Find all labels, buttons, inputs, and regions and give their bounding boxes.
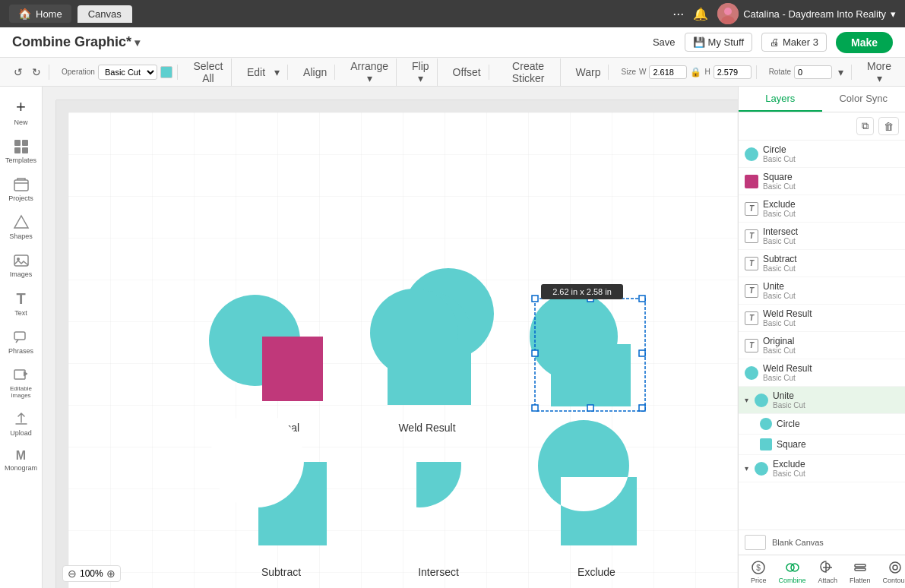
layer-subtract-text[interactable]: T Subtract Basic Cut: [739, 250, 905, 277]
weld-label: Weld Result: [398, 422, 455, 434]
layer-exclude-text[interactable]: T Exclude Basic Cut: [739, 195, 905, 223]
tab-layers[interactable]: Layers: [739, 87, 822, 112]
layer-intersect-text[interactable]: T Intersect Basic Cut: [739, 223, 905, 250]
edit-button[interactable]: Edit: [244, 65, 268, 80]
more-dots[interactable]: ···: [672, 6, 684, 22]
operation-color[interactable]: [160, 66, 172, 78]
zoom-in-button[interactable]: ⊕: [106, 567, 115, 580]
canvas-svg[interactable]: Original Weld Result: [68, 112, 738, 588]
svg-point-31: [791, 564, 799, 571]
align-button[interactable]: Align: [300, 65, 330, 80]
tab-color-sync[interactable]: Color Sync: [822, 87, 906, 112]
zoom-out-button[interactable]: ⊖: [68, 567, 77, 580]
offset-section: Offset: [445, 65, 489, 80]
unite-expand-arrow[interactable]: ▾: [745, 396, 748, 404]
maker-button[interactable]: 🖨 Maker 3: [761, 33, 827, 52]
arrange-button[interactable]: Arrange ▾: [347, 58, 391, 86]
rotate-input[interactable]: [794, 65, 832, 79]
layer-unite-group-sub: Basic Cut: [773, 401, 899, 409]
original-square[interactable]: [262, 337, 323, 401]
offset-button[interactable]: Offset: [450, 65, 484, 80]
layer-weld-result-text-name: Weld Result: [763, 308, 899, 319]
warp-button[interactable]: Warp: [573, 65, 604, 80]
canvas-scroll[interactable]: Original Weld Result: [56, 100, 738, 588]
sidebar-item-images[interactable]: Images: [2, 248, 40, 283]
layer-unite-square[interactable]: Square: [739, 435, 905, 455]
edit-dropdown[interactable]: ▾: [271, 65, 283, 80]
layer-circle[interactable]: Circle Basic Cut: [739, 141, 905, 168]
create-sticker-button[interactable]: Create Sticker: [502, 58, 555, 86]
selection-handle-br[interactable]: [639, 405, 645, 411]
height-input[interactable]: [714, 65, 752, 79]
sidebar-item-shapes[interactable]: Shapes: [2, 210, 40, 245]
selection-handle-mr[interactable]: [639, 350, 645, 356]
exclude-expand-arrow[interactable]: ▾: [745, 464, 748, 473]
sidebar-item-phrases[interactable]: Phrases: [2, 324, 40, 359]
contour-button[interactable]: Contour: [877, 557, 905, 587]
user-dropdown-arrow[interactable]: ▾: [891, 8, 896, 20]
sidebar-item-new[interactable]: + New: [2, 93, 40, 131]
redo-button[interactable]: ↻: [29, 65, 44, 80]
home-button[interactable]: 🏠 Home: [9, 5, 71, 23]
layer-weld-result-shape[interactable]: Weld Result Basic Cut: [739, 359, 905, 387]
user-info[interactable]: Catalina - Daydream Into Reality ▾: [717, 3, 896, 24]
sidebar-item-templates[interactable]: Templates: [2, 134, 40, 169]
selection-handle-ml[interactable]: [532, 350, 538, 356]
sidebar-item-monogram[interactable]: M Monogram: [2, 444, 40, 476]
layer-unite-text-icon: T: [745, 284, 758, 298]
select-all-button[interactable]: Select All: [190, 58, 226, 86]
flatten-icon: [853, 560, 868, 575]
home-label: Home: [36, 8, 62, 20]
title-dropdown-arrow[interactable]: ▾: [134, 36, 140, 49]
width-input[interactable]: [649, 65, 687, 79]
projects-icon: [13, 176, 30, 193]
sidebar-item-editable-images[interactable]: Editable Images: [2, 362, 40, 403]
flip-button[interactable]: Flip ▾: [409, 58, 432, 86]
layer-exclude-group[interactable]: ▾ Exclude Basic Cut: [739, 455, 905, 482]
sidebar-item-text[interactable]: T Text: [2, 286, 40, 321]
lock-icon[interactable]: 🔒: [690, 67, 701, 77]
attach-button[interactable]: Attach: [812, 557, 844, 587]
templates-icon: [13, 138, 30, 155]
layer-unite-group-color: [755, 394, 768, 407]
sidebar-templates-label: Templates: [5, 156, 36, 164]
make-button[interactable]: Make: [836, 32, 893, 53]
save-button[interactable]: Save: [653, 36, 676, 48]
selection-handle-bl[interactable]: [532, 405, 538, 411]
sidebar-item-projects[interactable]: Projects: [2, 172, 40, 207]
selection-handle-tl[interactable]: [532, 296, 538, 302]
selection-handle-tr[interactable]: [639, 296, 645, 302]
my-stuff-button[interactable]: 💾 My Stuff: [685, 33, 752, 52]
layer-unite-square-name: Square: [777, 439, 899, 450]
canvas-tab[interactable]: Canvas: [78, 5, 132, 23]
layer-square[interactable]: Square Basic Cut: [739, 168, 905, 195]
arrange-dropdown-arrow: ▾: [367, 72, 372, 84]
notification-bell[interactable]: 🔔: [693, 7, 708, 21]
more-section: More ▾: [859, 58, 899, 86]
layer-weld-result-shape-info: Weld Result Basic Cut: [763, 363, 899, 382]
top-bar: 🏠 Home Canvas ··· 🔔 Catalina - Daydream …: [0, 0, 905, 27]
layer-subtract-text-info: Subtract Basic Cut: [763, 254, 899, 273]
delete-layer-button[interactable]: 🗑: [878, 117, 899, 135]
layer-unite-text[interactable]: T Unite Basic Cut: [739, 277, 905, 305]
layer-original-text[interactable]: T Original Basic Cut: [739, 332, 905, 359]
selection-handle-bc[interactable]: [587, 405, 593, 411]
duplicate-layer-button[interactable]: ⧉: [856, 117, 874, 135]
operation-select[interactable]: Basic Cut: [98, 65, 157, 80]
flatten-label: Flatten: [850, 577, 871, 584]
sidebar-images-label: Images: [10, 270, 33, 278]
price-button[interactable]: $ Price: [745, 557, 773, 587]
layer-original-text-sub: Basic Cut: [763, 346, 899, 355]
layer-unite-circle[interactable]: Circle: [739, 414, 905, 435]
price-label: Price: [751, 577, 767, 584]
undo-button[interactable]: ↺: [11, 65, 26, 80]
combine-button[interactable]: Combine: [773, 557, 812, 587]
sidebar-item-upload[interactable]: Upload: [2, 406, 40, 441]
flatten-button[interactable]: Flatten: [843, 557, 877, 587]
layer-unite-group[interactable]: ▾ Unite Basic Cut: [739, 387, 905, 414]
layer-weld-result-text-sub: Basic Cut: [763, 319, 899, 327]
more-button[interactable]: More ▾: [864, 58, 894, 86]
layer-exclude-text-icon: T: [745, 202, 758, 216]
rotate-dropdown[interactable]: ▾: [835, 65, 846, 80]
layer-weld-result-text[interactable]: T Weld Result Basic Cut: [739, 305, 905, 332]
